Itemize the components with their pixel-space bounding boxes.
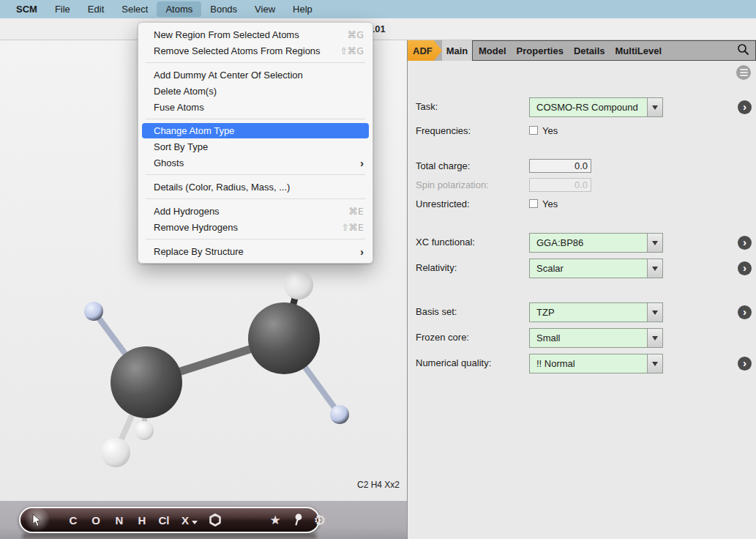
panel-menu-icon[interactable] xyxy=(736,65,751,80)
tab-group: Model Properties Details MultiLevel xyxy=(472,40,756,61)
menu-separator xyxy=(146,239,365,239)
menu-separator xyxy=(146,62,365,63)
window-title-bar: 101 xyxy=(0,18,756,40)
frozen-core-dropdown[interactable]: Small xyxy=(529,328,663,348)
atom-carbon-left[interactable] xyxy=(111,346,182,418)
gear-icon[interactable] xyxy=(311,508,329,532)
ring-structure-icon[interactable] xyxy=(206,508,225,532)
menu-item-remove-from-regions[interactable]: Remove Selected Atoms From Regions ⇧⌘G xyxy=(138,42,373,59)
frequencies-checkbox-label: Yes xyxy=(542,125,558,136)
menu-item-add-hydrogens[interactable]: Add Hydrogens ⌘E xyxy=(138,203,373,219)
menu-item-details[interactable]: Details (Color, Radius, Mass, ...) xyxy=(138,179,373,195)
relativity-dropdown-arrow-icon[interactable] xyxy=(647,259,662,278)
unrestricted-checkbox-row: Yes xyxy=(529,198,558,209)
frequencies-checkbox[interactable] xyxy=(529,126,538,135)
atom-carbon-right[interactable] xyxy=(248,302,320,374)
xc-functional-dropdown[interactable]: GGA:BP86 xyxy=(529,233,663,253)
spin-polarization-input: 0.0 xyxy=(529,178,591,192)
panel-tab-bar: ADF Main Model Properties Details MultiL… xyxy=(408,40,756,61)
menu-item-label: Delete Atom(s) xyxy=(154,86,217,97)
search-icon[interactable] xyxy=(737,43,749,58)
star-icon[interactable] xyxy=(266,508,284,532)
task-dropdown-arrow-icon[interactable] xyxy=(647,98,662,116)
xc-functional-label: XC functional: xyxy=(416,236,475,249)
tab-properties[interactable]: Properties xyxy=(517,45,564,56)
task-detail-button[interactable] xyxy=(738,100,752,114)
atom-dummy-xx-right[interactable] xyxy=(330,405,349,424)
element-x-dropdown-arrow-icon[interactable] xyxy=(192,521,198,524)
basis-set-dropdown-arrow-icon[interactable] xyxy=(647,303,662,321)
numerical-quality-label: Numerical quality: xyxy=(416,357,491,370)
select-cursor-icon[interactable] xyxy=(29,508,45,532)
unrestricted-label: Unrestricted: xyxy=(416,198,470,211)
menu-item-label: Add Hydrogens xyxy=(154,206,220,217)
menu-view[interactable]: View xyxy=(246,1,284,17)
menu-scm[interactable]: SCM xyxy=(7,1,46,17)
menu-edit[interactable]: Edit xyxy=(79,1,113,17)
toolbar-strip: C O N H Cl X xyxy=(0,501,408,539)
relativity-detail-button[interactable] xyxy=(738,261,752,275)
basis-set-value: TZP xyxy=(530,303,647,321)
menu-item-shortcut: ⇧⌘E xyxy=(341,222,364,233)
relativity-value: Scalar xyxy=(530,259,647,278)
atom-hydrogen-topright[interactable] xyxy=(284,270,313,300)
element-toolbar: C O N H Cl X xyxy=(19,507,320,533)
tab-main[interactable]: Main xyxy=(442,40,472,61)
adf-tag[interactable]: ADF xyxy=(408,40,442,61)
atom-dummy-xx-left[interactable] xyxy=(84,302,103,321)
adf-application-window: SCM File Edit Select Atoms Bonds View He… xyxy=(0,0,756,539)
total-charge-input[interactable]: 0.0 xyxy=(529,159,591,173)
frozen-core-value: Small xyxy=(530,329,647,347)
frequencies-checkbox-row: Yes xyxy=(529,124,558,136)
menu-item-sort-by-type[interactable]: Sort By Type xyxy=(138,138,373,155)
menu-item-ghosts[interactable]: Ghosts xyxy=(138,155,373,171)
xc-functional-dropdown-arrow-icon[interactable] xyxy=(647,234,662,252)
menu-item-delete-atoms[interactable]: Delete Atom(s) xyxy=(138,83,373,99)
tab-model[interactable]: Model xyxy=(479,45,506,56)
unrestricted-checkbox[interactable] xyxy=(529,199,538,208)
element-nitrogen-button[interactable]: N xyxy=(112,508,127,532)
menu-item-shortcut: ⇧⌘G xyxy=(340,45,364,56)
xc-functional-detail-button[interactable] xyxy=(738,236,752,250)
relativity-dropdown[interactable]: Scalar xyxy=(529,259,663,278)
pin-tool-icon[interactable] xyxy=(290,508,306,532)
frozen-core-label: Frozen core: xyxy=(416,331,469,344)
numerical-quality-dropdown-arrow-icon[interactable] xyxy=(647,354,662,373)
atom-hydrogen-bottomleft[interactable] xyxy=(101,438,130,467)
menu-atoms[interactable]: Atoms xyxy=(157,1,201,17)
menu-item-label: Add Dummy At Center Of Selection xyxy=(154,70,303,81)
frequencies-label: Frequencies: xyxy=(416,124,471,138)
menu-item-change-atom-type[interactable]: Change Atom Type xyxy=(142,123,369,138)
element-x-dropdown-button[interactable]: X xyxy=(179,508,192,532)
menu-bar: SCM File Edit Select Atoms Bonds View He… xyxy=(0,0,756,18)
tab-details[interactable]: Details xyxy=(574,45,605,56)
menu-separator xyxy=(146,174,365,175)
menu-item-new-region[interactable]: New Region From Selected Atoms ⌘G xyxy=(138,26,373,42)
numerical-quality-dropdown[interactable]: !! Normal xyxy=(529,354,663,373)
atom-hydrogen-occluded[interactable] xyxy=(135,421,154,440)
menu-item-add-dummy[interactable]: Add Dummy At Center Of Selection xyxy=(138,67,373,83)
menu-select[interactable]: Select xyxy=(113,1,157,17)
xc-functional-value: GGA:BP86 xyxy=(530,234,647,252)
menu-item-remove-hydrogens[interactable]: Remove Hydrogens ⇧⌘E xyxy=(138,219,373,235)
element-oxygen-button[interactable]: O xyxy=(89,508,103,532)
task-value: COSMO-RS Compound xyxy=(530,98,647,116)
unrestricted-checkbox-label: Yes xyxy=(542,198,558,209)
element-hydrogen-button[interactable]: H xyxy=(135,508,149,532)
menu-file[interactable]: File xyxy=(46,1,79,17)
basis-set-detail-button[interactable] xyxy=(738,305,752,319)
numerical-quality-detail-button[interactable] xyxy=(738,357,752,371)
menu-bonds[interactable]: Bonds xyxy=(201,1,246,17)
task-dropdown[interactable]: COSMO-RS Compound xyxy=(529,97,663,117)
tab-multilevel[interactable]: MultiLevel xyxy=(615,45,662,56)
menu-item-label: New Region From Selected Atoms xyxy=(154,29,299,40)
basis-set-dropdown[interactable]: TZP xyxy=(529,302,663,322)
toolbar-reflection xyxy=(22,533,317,539)
frozen-core-dropdown-arrow-icon[interactable] xyxy=(647,329,662,347)
element-chlorine-button[interactable]: Cl xyxy=(155,508,173,532)
spin-polarization-label: Spin polarization: xyxy=(416,179,489,192)
menu-item-fuse-atoms[interactable]: Fuse Atoms xyxy=(138,99,373,115)
menu-help[interactable]: Help xyxy=(284,1,321,17)
element-carbon-button[interactable]: C xyxy=(66,508,81,532)
menu-item-replace-by-structure[interactable]: Replace By Structure xyxy=(138,243,373,259)
